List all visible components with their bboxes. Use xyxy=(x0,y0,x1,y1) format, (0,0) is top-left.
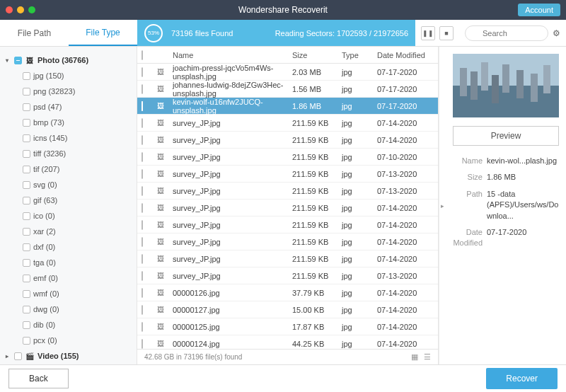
table-row[interactable]: 🖼johannes-ludwig-8dejZGw3Hec-unsplash.jp… xyxy=(137,81,438,98)
sidebar-item[interactable]: xar (2) xyxy=(0,224,137,239)
checkbox[interactable] xyxy=(142,305,143,315)
checkbox[interactable] xyxy=(23,166,30,173)
table-row[interactable]: 🖼survey_JP.jpg211.59 KBjpg07-13-2020 xyxy=(137,183,438,200)
sidebar-item[interactable]: gif (63) xyxy=(0,192,137,208)
checkbox[interactable] xyxy=(142,135,143,145)
table-row[interactable]: 🖼survey_JP.jpg211.59 KBjpg07-14-2020 xyxy=(137,234,438,250)
grid-view-icon[interactable]: ▦ xyxy=(411,352,418,362)
table-row[interactable]: 🖼00000126.jpg37.79 KBjpg07-14-2020 xyxy=(137,284,438,301)
pause-button[interactable]: ❚❚ xyxy=(421,26,435,40)
checkbox[interactable] xyxy=(23,181,30,189)
tab-file-type[interactable]: File Type xyxy=(69,20,137,46)
checkbox[interactable] xyxy=(142,339,143,349)
sidebar-item[interactable]: dxf (0) xyxy=(0,239,137,255)
stop-button[interactable]: ■ xyxy=(439,26,454,40)
col-type[interactable]: Type xyxy=(342,51,377,59)
checkbox[interactable] xyxy=(142,271,143,281)
checkbox[interactable] xyxy=(23,119,30,127)
table-row[interactable]: 🖼survey_JP.jpg211.59 KBjpg07-10-2020 xyxy=(137,149,438,166)
checkbox-photo[interactable] xyxy=(14,57,22,64)
table-row[interactable]: 🖼survey_JP.jpg211.59 KBjpg07-14-2020 xyxy=(137,115,438,132)
checkbox[interactable] xyxy=(142,84,143,94)
cell-name: johannes-ludwig-8dejZGw3Hec-unsplash.jpg xyxy=(170,81,292,98)
table-row[interactable]: 🖼00000127.jpg15.00 KBjpg07-14-2020 xyxy=(137,301,438,318)
sidebar-category-video[interactable]: ▸ 🎬 Video (155) xyxy=(0,348,137,364)
sidebar-item[interactable]: dwg (0) xyxy=(0,301,137,317)
filter-icon[interactable]: ⚙ xyxy=(553,28,560,38)
sidebar-item[interactable]: tif (207) xyxy=(0,161,137,177)
sidebar-item[interactable]: jpg (150) xyxy=(0,68,137,83)
checkbox[interactable] xyxy=(142,220,143,230)
checkbox[interactable] xyxy=(142,118,143,128)
checkbox[interactable] xyxy=(23,243,30,251)
checkbox[interactable] xyxy=(142,67,143,77)
checkbox[interactable] xyxy=(142,152,143,162)
sidebar-item[interactable]: tga (0) xyxy=(0,255,137,270)
sidebar-item[interactable]: pcx (0) xyxy=(0,333,137,348)
checkbox[interactable] xyxy=(142,237,143,247)
sidebar-category-audio[interactable]: ▸ 🎵 Audio (49) xyxy=(0,364,137,364)
table-row[interactable]: 🖼joachim-pressl-jqcVo5m4Ws-unsplash.jpg2… xyxy=(137,64,438,81)
sidebar-item[interactable]: tiff (3236) xyxy=(0,146,137,161)
sidebar-item[interactable]: icns (145) xyxy=(0,130,137,146)
table-row[interactable]: 🖼survey_JP.jpg211.59 KBjpg07-14-2020 xyxy=(137,217,438,234)
account-button[interactable]: Account xyxy=(518,4,560,16)
table-row[interactable]: 🖼00000125.jpg17.87 KBjpg07-14-2020 xyxy=(137,318,438,335)
cell-date: 07-14-2020 xyxy=(377,204,434,212)
col-name[interactable]: Name xyxy=(170,51,292,59)
sidebar-item[interactable]: bmp (73) xyxy=(0,115,137,130)
table-row[interactable]: 🖼survey_JP.jpg211.59 KBjpg07-13-2020 xyxy=(137,166,438,183)
checkbox[interactable] xyxy=(23,72,30,80)
expand-handle[interactable]: ▸ xyxy=(439,47,446,364)
checkbox[interactable] xyxy=(142,288,143,298)
sidebar-category-photo[interactable]: ▾ 🖼 Photo (36766) xyxy=(0,52,137,68)
checkbox[interactable] xyxy=(23,306,30,313)
checkbox-video[interactable] xyxy=(14,352,22,360)
col-date[interactable]: Date Modified xyxy=(377,51,434,59)
scan-progress-ring: 53% xyxy=(144,24,163,42)
checkbox[interactable] xyxy=(23,150,30,158)
cell-type: jpg xyxy=(342,272,377,280)
checkbox[interactable] xyxy=(23,321,30,329)
maximize-icon[interactable] xyxy=(28,6,35,13)
recover-button[interactable]: Recover xyxy=(486,368,558,389)
checkbox[interactable] xyxy=(23,259,30,267)
preview-button[interactable]: Preview xyxy=(453,126,559,146)
checkbox[interactable] xyxy=(23,103,30,111)
sidebar-item[interactable]: emf (0) xyxy=(0,270,137,286)
checkbox[interactable] xyxy=(23,134,30,142)
tab-file-path[interactable]: File Path xyxy=(0,20,69,46)
search-input[interactable] xyxy=(465,25,548,41)
sidebar-item[interactable]: dib (0) xyxy=(0,317,137,333)
checkbox[interactable] xyxy=(23,337,30,345)
table-row[interactable]: 🖼survey_JP.jpg211.59 KBjpg07-13-2020 xyxy=(137,267,438,284)
checkbox[interactable] xyxy=(23,88,30,96)
checkbox[interactable] xyxy=(23,197,30,204)
sidebar-item[interactable]: wmf (0) xyxy=(0,286,137,301)
checkbox[interactable] xyxy=(142,169,143,179)
back-button[interactable]: Back xyxy=(8,369,69,388)
table-row[interactable]: 🖼survey_JP.jpg211.59 KBjpg07-14-2020 xyxy=(137,132,438,149)
checkbox[interactable] xyxy=(142,203,143,213)
checkbox[interactable] xyxy=(142,322,143,332)
sidebar-item[interactable]: ico (0) xyxy=(0,208,137,224)
checkbox[interactable] xyxy=(23,275,30,282)
col-size[interactable]: Size xyxy=(292,51,342,59)
table-row[interactable]: 🖼survey_JP.jpg211.59 KBjpg07-14-2020 xyxy=(137,250,438,267)
checkbox[interactable] xyxy=(142,186,143,196)
sidebar-item[interactable]: psd (47) xyxy=(0,99,137,115)
table-row[interactable]: 🖼kevin-wolf-u16nfw2JUCQ-unsplash.jpg1.86… xyxy=(137,98,438,115)
checkbox[interactable] xyxy=(142,254,143,264)
sidebar-item[interactable]: svg (0) xyxy=(0,177,137,192)
sidebar-item[interactable]: png (32823) xyxy=(0,83,137,99)
table-row[interactable]: 🖼survey_JP.jpg211.59 KBjpg07-14-2020 xyxy=(137,200,438,217)
checkbox[interactable] xyxy=(23,290,30,298)
checkbox[interactable] xyxy=(23,212,30,220)
close-icon[interactable] xyxy=(6,6,13,13)
checkbox[interactable] xyxy=(142,101,143,111)
checkbox[interactable] xyxy=(23,228,30,236)
minimize-icon[interactable] xyxy=(17,6,24,13)
checkbox-all[interactable] xyxy=(142,50,143,60)
list-view-icon[interactable]: ☰ xyxy=(424,352,431,362)
table-row[interactable]: 🖼00000124.jpg44.25 KBjpg07-14-2020 xyxy=(137,335,438,349)
